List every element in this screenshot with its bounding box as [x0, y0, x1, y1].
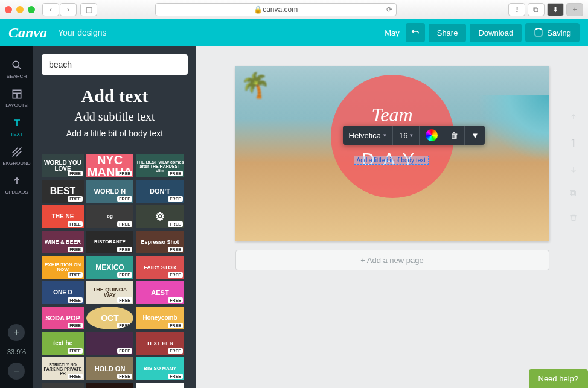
back-button[interactable]: ‹: [42, 3, 59, 16]
text-template[interactable]: bgFREE: [86, 205, 133, 228]
url-label: canva.com: [263, 5, 298, 14]
circle-text-1: Team: [371, 104, 412, 126]
tool-search[interactable]: SEARCH: [0, 54, 33, 83]
browser-chrome: ‹ › ◫ 🔒 canva.com ⟳ ⇪ ⧉ ⬇ +: [0, 0, 588, 19]
arrow-up-icon[interactable]: [569, 112, 578, 122]
free-badge: FREE: [168, 247, 183, 252]
tool-background[interactable]: BKGROUND: [0, 141, 33, 170]
more-button[interactable]: ▼: [465, 126, 485, 145]
zoom-percentage: 33.9%: [7, 348, 26, 355]
text-template[interactable]: BIG SO MANYFREE: [136, 357, 184, 380]
text-template[interactable]: WORLD NFREE: [86, 180, 133, 203]
text-template[interactable]: FREE: [86, 383, 133, 388]
text-template[interactable]: WINE & BEERFREE: [42, 231, 84, 253]
text-template[interactable]: MEXICOFREE: [86, 256, 133, 279]
free-badge: FREE: [68, 297, 83, 303]
saving-button[interactable]: Saving: [525, 23, 580, 42]
text-template[interactable]: AESTFREE: [136, 281, 184, 304]
font-size-selector[interactable]: 16 ▾: [393, 126, 420, 145]
page-number: 1: [570, 136, 577, 150]
page-tools: 1: [569, 112, 578, 223]
trash-icon[interactable]: [569, 213, 578, 223]
canva-logo[interactable]: Canva: [8, 25, 47, 41]
text-template[interactable]: BESTFREE: [42, 180, 84, 203]
text-template[interactable]: OCTFREE: [86, 307, 133, 329]
text-template[interactable]: FREE: [86, 332, 133, 355]
template-grid: WORLD YOU LOVEFREENYC MANHAFREETHE BEST …: [42, 154, 188, 388]
svg-point-0: [13, 61, 19, 67]
free-badge: FREE: [68, 196, 83, 202]
free-badge: FREE: [168, 272, 183, 278]
font-selector[interactable]: Helvetica ▾: [343, 126, 393, 145]
undo-button[interactable]: [406, 23, 425, 42]
chevron-down-icon: ▼: [471, 131, 479, 140]
design-canvas[interactable]: 🌴 Team BEACH DAY Add a little bit of bod…: [235, 66, 549, 241]
zoom-out-button[interactable]: −: [8, 363, 25, 380]
add-body-text[interactable]: Add a little bit of body text: [42, 129, 188, 138]
free-badge: FREE: [168, 323, 183, 328]
download-button[interactable]: Download: [470, 24, 522, 42]
text-template[interactable]: TEXT HERFREE: [136, 332, 184, 355]
text-template[interactable]: THE NEFREE: [42, 205, 84, 228]
text-template[interactable]: EXHIBITION ON NOWFREE: [42, 256, 84, 279]
text-template[interactable]: DON'TFREE: [136, 180, 184, 203]
text-template[interactable]: Espresso ShotFREE: [136, 231, 184, 253]
text-template[interactable]: FREE: [42, 383, 84, 388]
color-picker[interactable]: [420, 126, 444, 145]
free-badge: FREE: [68, 272, 83, 278]
text-template[interactable]: WORLD YOU LOVEFREE: [42, 154, 84, 177]
text-template[interactable]: HoneycombFREE: [136, 307, 184, 329]
canvas-area: 🌴 Team BEACH DAY Add a little bit of bod…: [196, 46, 588, 388]
tool-rail: SEARCH LAYOUTS TEXT BKGROUND UPLOADS + 3…: [0, 46, 33, 388]
add-new-page-button[interactable]: + Add a new page: [235, 250, 549, 270]
text-template[interactable]: HOLD ONFREE: [86, 357, 133, 380]
address-bar[interactable]: 🔒 canva.com ⟳: [155, 3, 397, 16]
free-badge: FREE: [117, 272, 132, 278]
free-badge: FREE: [68, 221, 83, 227]
copy-page-icon[interactable]: [569, 189, 578, 199]
text-template[interactable]: THE QUINOA WAYFREE: [86, 281, 133, 304]
text-template[interactable]: ⚙FREE: [136, 205, 184, 228]
free-badge: FREE: [168, 297, 183, 303]
free-badge: FREE: [68, 348, 83, 354]
sidebar-toggle-button[interactable]: ◫: [80, 3, 97, 16]
share-icon[interactable]: ⇪: [508, 3, 525, 16]
tabs-icon[interactable]: ⧉: [528, 3, 545, 16]
downloads-icon[interactable]: ⬇: [547, 3, 564, 16]
arrow-down-icon[interactable]: [569, 165, 578, 174]
text-icon: [11, 117, 23, 129]
forward-button[interactable]: ›: [60, 3, 77, 16]
free-badge: FREE: [117, 196, 132, 202]
text-template[interactable]: THE BEST VIEW comes after THE HARDEST cl…: [136, 154, 184, 177]
add-heading-text[interactable]: Add text: [42, 86, 188, 106]
text-template[interactable]: RISTORANTEFREE: [86, 231, 133, 253]
tool-text[interactable]: TEXT: [0, 112, 33, 141]
minimize-window-icon[interactable]: [16, 6, 24, 13]
tool-uploads[interactable]: UPLOADS: [0, 170, 33, 199]
need-help-button[interactable]: Need help?: [529, 369, 589, 388]
text-template[interactable]: FAIRY STORFREE: [136, 256, 184, 279]
reload-icon[interactable]: ⟳: [386, 5, 392, 14]
user-name[interactable]: May: [385, 28, 400, 37]
lock-icon: 🔒: [254, 5, 263, 14]
zoom-in-button[interactable]: +: [8, 324, 25, 341]
editing-text-box[interactable]: Add a little bit of body text: [354, 156, 429, 165]
search-input[interactable]: [42, 54, 188, 75]
text-template[interactable]: ONE DFREE: [42, 281, 84, 304]
text-template[interactable]: text heFREE: [42, 332, 84, 355]
delete-button[interactable]: 🗑: [444, 126, 465, 145]
free-badge: FREE: [168, 221, 183, 227]
search-icon: [11, 59, 23, 71]
close-window-icon[interactable]: [5, 6, 12, 13]
your-designs-link[interactable]: Your designs: [58, 28, 106, 37]
add-subtitle-text[interactable]: Add subtitle text: [42, 110, 188, 124]
text-template[interactable]: NYC MANHAFREE: [86, 154, 133, 177]
share-button[interactable]: Share: [429, 24, 467, 42]
text-template[interactable]: SODA POPFREE: [42, 307, 84, 329]
text-template[interactable]: STRICTLY NO PARKING PRIVATE PRFREE: [42, 357, 84, 380]
maximize-window-icon[interactable]: [28, 6, 35, 13]
tool-layouts[interactable]: LAYOUTS: [0, 83, 33, 112]
text-template[interactable]: TYPE DESIGNFREE: [136, 383, 184, 388]
new-tab-button[interactable]: +: [566, 3, 583, 16]
svg-rect-9: [570, 191, 575, 195]
